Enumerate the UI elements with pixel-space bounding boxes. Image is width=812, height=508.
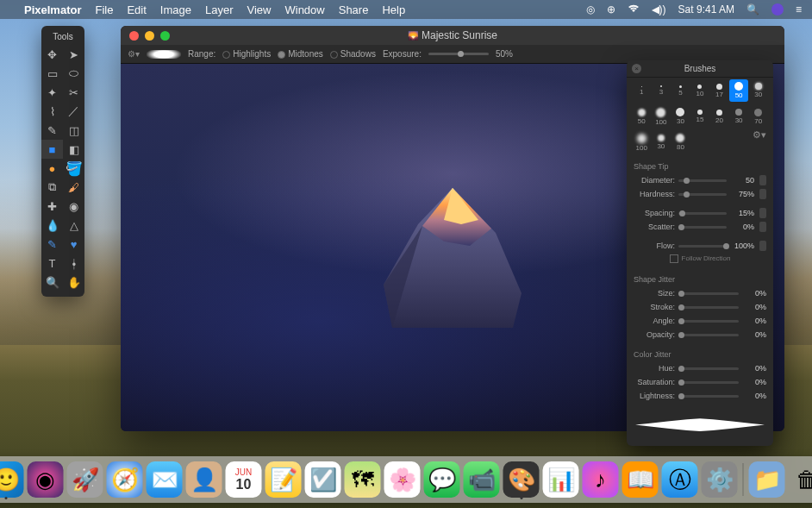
jitter-opacity-slider[interactable]: [678, 334, 739, 336]
menu-edit[interactable]: Edit: [127, 3, 146, 16]
menu-share[interactable]: Share: [339, 3, 369, 16]
scatter-slider[interactable]: [678, 226, 727, 229]
tool-magic-wand[interactable]: ✦: [41, 83, 63, 102]
brush-preset[interactable]: 50: [632, 105, 652, 128]
brush-preset[interactable]: 30: [671, 105, 690, 128]
options-gear-icon[interactable]: ⚙▾: [128, 49, 140, 59]
brush-preview[interactable]: [147, 50, 181, 59]
status-notification-icon[interactable]: ≡: [796, 3, 802, 16]
dock-trash[interactable]: 🗑: [789, 461, 813, 498]
tool-brush[interactable]: ／: [63, 102, 84, 121]
dock-reminders[interactable]: ☑️: [305, 461, 341, 498]
brush-preset[interactable]: 20: [709, 105, 729, 128]
menu-window[interactable]: Window: [284, 3, 324, 16]
brush-preset[interactable]: 10: [690, 79, 710, 102]
window-zoom[interactable]: [160, 31, 170, 41]
brush-preset[interactable]: 100: [652, 105, 671, 128]
dock-calendar[interactable]: JUN10: [226, 461, 262, 498]
tool-pen[interactable]: ✎: [41, 235, 63, 254]
jitter-size-slider[interactable]: [678, 292, 739, 295]
dock-facetime[interactable]: 📹: [464, 461, 500, 498]
tool-pencil[interactable]: ✎: [41, 121, 63, 140]
hue-slider[interactable]: [678, 367, 739, 370]
brush-preset[interactable]: 3: [652, 79, 671, 102]
tool-brush2[interactable]: 🖌: [63, 178, 84, 197]
dock-itunes[interactable]: ♪: [583, 461, 619, 498]
hardness-stepper[interactable]: [759, 189, 766, 199]
tool-heal[interactable]: ✚: [41, 197, 63, 216]
brush-preset[interactable]: 70: [748, 105, 768, 128]
dock-notes[interactable]: 📝: [265, 461, 302, 498]
flow-stepper[interactable]: [759, 241, 766, 251]
jitter-angle-slider[interactable]: [678, 320, 739, 323]
brush-preset[interactable]: 30: [652, 131, 671, 154]
menu-file[interactable]: File: [95, 3, 113, 16]
tool-gradient[interactable]: ◧: [63, 140, 84, 159]
status-wifi-icon[interactable]: [628, 3, 640, 16]
tool-text[interactable]: T: [41, 254, 63, 273]
dock-maps[interactable]: 🗺: [345, 461, 381, 498]
status-sync-icon[interactable]: ⊕: [607, 3, 615, 16]
status-volume-icon[interactable]: ◀)): [652, 3, 666, 16]
tool-smudge[interactable]: ●: [41, 159, 63, 178]
brushes-close-icon[interactable]: ×: [632, 64, 641, 73]
range-highlights[interactable]: Highlights: [222, 49, 271, 59]
tool-blur[interactable]: 💧: [41, 216, 63, 235]
tool-paint[interactable]: ⌇: [41, 102, 63, 121]
app-name[interactable]: Pixelmator: [24, 3, 81, 16]
menu-layer[interactable]: Layer: [205, 3, 234, 16]
brush-preset[interactable]: 80: [671, 131, 690, 154]
saturation-slider[interactable]: [678, 381, 739, 384]
exposure-slider[interactable]: [428, 53, 489, 55]
dock-numbers[interactable]: 📊: [543, 461, 579, 498]
status-spotlight-icon[interactable]: 🔍: [746, 3, 759, 16]
dock-siri[interactable]: ◉: [28, 461, 64, 498]
brush-preset[interactable]: 1: [632, 79, 652, 102]
brush-preset[interactable]: 15: [690, 105, 710, 128]
tool-eyedropper[interactable]: ⍿: [63, 254, 84, 273]
dock-contacts[interactable]: 👤: [186, 461, 222, 498]
tool-arrow[interactable]: ➤: [63, 45, 84, 64]
menu-view[interactable]: View: [247, 3, 272, 16]
dock-preferences[interactable]: ⚙️: [702, 461, 738, 498]
tool-hand[interactable]: ✋: [63, 273, 84, 292]
dock-downloads[interactable]: 📁: [749, 461, 785, 498]
scatter-stepper[interactable]: [759, 222, 766, 232]
tool-sharpen[interactable]: △: [63, 216, 84, 235]
tool-clone[interactable]: ⧉: [41, 178, 63, 197]
tool-shape[interactable]: ■: [41, 140, 63, 159]
brush-preset[interactable]: 100: [632, 131, 652, 154]
dock-mail[interactable]: ✉️: [147, 461, 183, 498]
dock-pixelmator[interactable]: 🎨: [503, 461, 540, 498]
tool-eraser[interactable]: ◫: [63, 121, 84, 140]
tool-heart[interactable]: ♥: [63, 235, 84, 254]
brush-preset-selected[interactable]: 50: [729, 79, 749, 102]
spacing-slider[interactable]: [678, 212, 727, 215]
range-midtones[interactable]: Midtones: [278, 49, 323, 59]
range-shadows[interactable]: Shadows: [330, 49, 376, 59]
tool-redeye[interactable]: ◉: [63, 197, 84, 216]
status-clock[interactable]: Sat 9:41 AM: [678, 3, 734, 16]
brush-preset[interactable]: 30: [729, 105, 749, 128]
menu-help[interactable]: Help: [382, 3, 405, 16]
brush-preset[interactable]: 5: [671, 79, 690, 102]
brush-preset[interactable]: 30: [748, 79, 768, 102]
window-close[interactable]: [129, 31, 139, 41]
jitter-stroke-slider[interactable]: [678, 306, 739, 309]
status-siri-icon[interactable]: [771, 3, 784, 16]
follow-direction-checkbox[interactable]: Follow Direction: [634, 253, 766, 267]
dock-photos[interactable]: 🌸: [384, 461, 421, 498]
hardness-slider[interactable]: [678, 193, 727, 196]
brushes-gear-icon[interactable]: ⚙▾: [753, 129, 766, 141]
brush-preset[interactable]: 17: [709, 79, 729, 102]
tool-move[interactable]: ✥: [41, 45, 63, 64]
spacing-stepper[interactable]: [759, 208, 766, 218]
dock-safari[interactable]: 🧭: [107, 461, 143, 498]
dock-ibooks[interactable]: 📖: [622, 461, 659, 498]
dock-appstore[interactable]: Ⓐ: [662, 461, 698, 498]
status-airdrop-icon[interactable]: ◎: [586, 3, 595, 16]
lightness-slider[interactable]: [678, 395, 739, 398]
menu-image[interactable]: Image: [160, 3, 191, 16]
tool-crop[interactable]: ✂: [63, 83, 84, 102]
diameter-slider[interactable]: [678, 179, 727, 182]
